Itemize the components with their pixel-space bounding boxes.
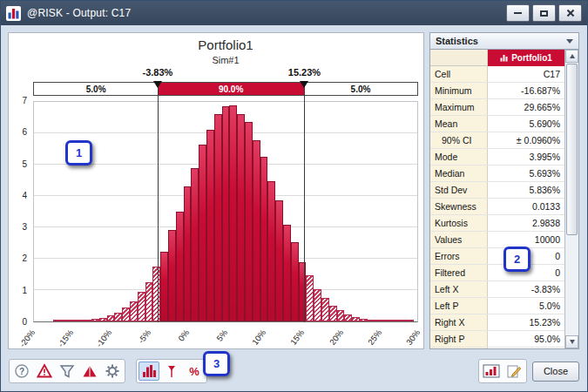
chart-panel: Portfolio1 Sim#1 -3.83% 15.23% 5.0% 90.0… [8, 32, 424, 349]
close-button[interactable]: Close [532, 362, 579, 382]
histogram-bar [138, 292, 145, 321]
stats-row: Values10000 [430, 232, 564, 248]
maximize-button[interactable] [532, 4, 556, 22]
stat-label: Maximum [430, 99, 488, 115]
stat-value: 5.693% [488, 166, 564, 181]
x-axis: -20%-15%-10%-5%0%5%10%15%20%25%30% [33, 322, 418, 348]
statistics-panel: Statistics Portfolio1 CellC17Minimum-16.… [429, 32, 579, 349]
percent-markers-button[interactable]: % [184, 362, 205, 381]
stat-label: Mean [430, 116, 488, 132]
scrollbar-track[interactable] [565, 63, 578, 335]
scrollbar-thumb[interactable] [566, 64, 578, 235]
stat-label: Dif. X [430, 348, 488, 348]
stats-row: Mean5.690% [430, 116, 564, 132]
histogram-bar [237, 114, 245, 321]
scroll-up-icon [570, 54, 575, 58]
histogram-bar [352, 317, 360, 321]
histogram-bar [152, 267, 160, 321]
stat-label: Std Dev [430, 182, 488, 198]
graph-options-button[interactable] [102, 362, 123, 381]
overlay-distribution-button[interactable] [79, 362, 100, 381]
chevron-down-icon [566, 39, 573, 44]
toolbar-group-left: ? [9, 359, 125, 383]
warning-triangle-icon [37, 363, 52, 379]
filter-funnel-icon [59, 363, 75, 379]
stats-row: Minimum-16.687% [430, 83, 564, 99]
stats-row: 90% CI± 0.0960% [430, 132, 564, 149]
band-middle-probability: 90.0% [158, 83, 304, 95]
plot-area[interactable] [33, 101, 418, 322]
histogram-bar [191, 168, 199, 321]
histogram-bar [291, 242, 299, 321]
scroll-down-button[interactable] [565, 335, 578, 348]
edit-button[interactable] [504, 362, 524, 381]
excel-report-button[interactable] [481, 362, 502, 381]
y-axis: 01234567 [9, 101, 31, 322]
filter-button[interactable] [57, 362, 78, 381]
close-window-button[interactable] [558, 4, 582, 22]
stat-value: 29.665% [488, 99, 564, 115]
titlebar: @RISK - Output: C17 [1, 1, 587, 25]
histogram-bar [398, 320, 406, 321]
stat-value: 2.9838 [488, 215, 564, 231]
help-button[interactable]: ? [11, 362, 32, 381]
stat-label: 90% CI [430, 132, 488, 148]
stats-row: Right P95.0% [430, 331, 564, 348]
histogram-bar [145, 282, 153, 321]
delimiter-button[interactable] [161, 362, 182, 381]
chart-subtitle: Sim#1 [33, 55, 418, 65]
stat-label: Kurtosis [430, 215, 488, 231]
histogram-button[interactable] [139, 362, 159, 381]
band-right-probability: 5.0% [304, 83, 417, 95]
annotation-badge-2: 2 [504, 247, 531, 272]
delimiter-marker-icon [164, 363, 179, 379]
histogram-bar [91, 319, 99, 321]
histogram-bar [329, 306, 337, 321]
annotation-badge-1: 1 [65, 140, 92, 166]
window-title: @RISK - Output: C17 [27, 7, 131, 19]
histogram-bar [199, 145, 206, 321]
stat-value: 10000 [488, 232, 564, 247]
output-column-header: Portfolio1 [488, 50, 564, 66]
stat-label: Mode [430, 149, 488, 165]
maximize-icon [540, 10, 548, 17]
statistics-column-header-row: Portfolio1 [430, 50, 564, 66]
histogram-bar [229, 105, 237, 321]
toolbar-group-right: Close [478, 359, 579, 383]
y-tick-label: 7 [22, 96, 27, 105]
stat-label: Left X [430, 281, 488, 297]
close-icon [566, 9, 575, 17]
stat-value: 5.690% [488, 116, 564, 132]
stat-label: Errors [430, 248, 488, 264]
stat-label: Minimum [430, 83, 488, 98]
delimiter-labels: -3.83% 15.23% [33, 67, 418, 79]
left-delimiter-value: -3.83% [143, 67, 173, 78]
stat-value: -16.687% [488, 83, 564, 98]
svg-text:%: % [189, 365, 199, 378]
histogram-bar [406, 320, 414, 321]
histogram-bar [337, 310, 345, 321]
percent-markers-icon: % [186, 363, 202, 379]
scroll-up-button[interactable] [565, 50, 578, 63]
stats-row: Skewness0.0133 [430, 199, 564, 215]
stat-label: Left P [430, 298, 488, 314]
histogram-bar [253, 140, 260, 321]
stats-row: Left P5.0% [430, 298, 564, 314]
stat-value: 3.995% [488, 149, 564, 165]
stat-value: C17 [488, 66, 564, 82]
histogram-bar [176, 212, 184, 321]
histogram-bar [69, 320, 77, 321]
stat-value: 0.0133 [488, 199, 564, 214]
histogram-bar [260, 157, 268, 321]
statistics-table: Portfolio1 CellC17Minimum-16.687%Maximum… [429, 50, 579, 349]
histogram-bar [360, 319, 368, 321]
statistics-dropdown[interactable]: Statistics [429, 32, 579, 50]
stat-value: 95.0% [488, 331, 564, 347]
window-controls [504, 4, 582, 22]
warning-button[interactable] [34, 362, 55, 381]
minimize-button[interactable] [506, 4, 530, 22]
stats-row: Mode3.995% [430, 149, 564, 166]
vertical-scrollbar[interactable] [564, 50, 578, 348]
stat-label: Filtered [430, 265, 488, 280]
stats-row: Dif. X19.055% [430, 348, 564, 348]
